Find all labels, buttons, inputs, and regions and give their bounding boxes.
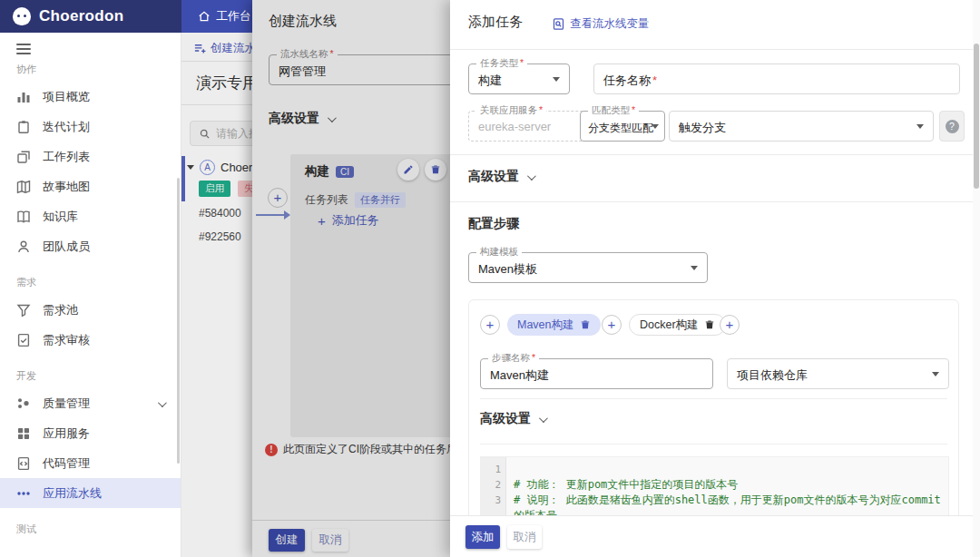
cancel-button[interactable]: 取消 (312, 529, 348, 552)
search-icon (199, 128, 211, 140)
ci-badge: CI (336, 166, 354, 178)
task-list-label: 任务列表 (305, 192, 348, 208)
field-label: 构建模板 (480, 246, 518, 257)
stage-name: 构建 (305, 163, 329, 180)
task-name-input[interactable]: 任务名称* (593, 64, 960, 94)
expander-icon[interactable] (187, 165, 194, 170)
code-text (506, 462, 948, 477)
stage-card: 构建 CI 任务列表 任务并行 + 添加任务 (290, 154, 450, 437)
chevron-down-icon (527, 171, 536, 181)
line-number: 2 (481, 477, 506, 493)
advanced-settings-toggle[interactable]: 高级设置 (468, 169, 534, 185)
add-button[interactable]: 添加 (466, 525, 500, 549)
scrollbar[interactable] (973, 0, 980, 557)
trash-icon[interactable] (704, 319, 715, 330)
sidebar-item-work-list[interactable]: 工作列表 (0, 142, 181, 171)
sidebar-item-label: 应用流水线 (43, 485, 102, 502)
sidebar-item-code-management[interactable]: 代码管理 (0, 448, 181, 478)
delete-stage-button[interactable] (425, 159, 446, 181)
add-task-label: 添加任务 (332, 212, 379, 229)
cancel-button[interactable]: 取消 (507, 525, 542, 549)
section-label-develop: 开发 (16, 369, 181, 383)
section-label-collab: 协作 (16, 63, 181, 76)
sidebar-scrollbar[interactable] (177, 178, 180, 464)
trash-icon[interactable] (580, 319, 591, 330)
sidebar-item-quality-management[interactable]: 质量管理 (0, 388, 181, 418)
code-icon (16, 456, 31, 471)
chevron-down-icon (539, 414, 548, 423)
sidebar-item-knowledge-base[interactable]: 知识库 (0, 201, 181, 231)
add-task-link[interactable]: + 添加任务 (318, 212, 379, 229)
tree-child-pipeline[interactable]: #922560 (199, 230, 241, 243)
advanced-settings-toggle[interactable]: 高级设置 (480, 411, 545, 427)
help-button[interactable]: ? (939, 111, 965, 142)
create-button[interactable]: 创建 (269, 529, 305, 552)
pipeline-name-field[interactable]: 流水线名称* 网管管理 (269, 54, 450, 85)
warning-text: 此页面定义了CI阶段或其中的任务后，GitLab (283, 442, 450, 457)
divider (252, 520, 450, 521)
divider (181, 61, 252, 62)
divider (480, 398, 947, 399)
menu-toggle-icon[interactable] (16, 44, 31, 54)
sidebar-item-app-pipeline[interactable]: 应用流水线 (0, 478, 181, 508)
sidebar-item-demand-pool[interactable]: 需求池 (0, 295, 181, 325)
tree-child-pipeline[interactable]: #584000 (199, 207, 241, 220)
match-type-select[interactable]: 匹配类型* 分支类型匹配 (580, 111, 665, 142)
sidebar: 协作 项目概览 迭代计划 工作列表 故事地图 知识库 团队成员 需求 需求池 (0, 33, 181, 557)
view-pipeline-variables-link[interactable]: 查看流水线变量 (552, 16, 650, 32)
trigger-branch-select[interactable]: 触发分支 (669, 111, 934, 142)
divider (450, 201, 980, 202)
sidebar-item-sprint-plan[interactable]: 迭代计划 (0, 112, 181, 142)
edit-stage-button[interactable] (397, 159, 419, 181)
advanced-settings-label: 高级设置 (468, 169, 519, 185)
build-template-value: Maven模板 (478, 261, 537, 278)
scrollbar-thumb[interactable] (974, 44, 979, 189)
logo-text: Choerodon (39, 7, 123, 25)
warning-icon: ! (265, 444, 278, 456)
funnel-icon (16, 303, 31, 318)
build-template-select[interactable]: 构建模板 Maven模板 (468, 252, 708, 283)
sidebar-item-team-members[interactable]: 团队成员 (0, 231, 181, 261)
step-name-input[interactable]: 步骤名称* Maven构建 (480, 358, 713, 389)
advanced-settings-label: 高级设置 (269, 111, 319, 127)
sidebar-item-story-map[interactable]: 故事地图 (0, 171, 181, 201)
dropdown-caret-icon (652, 124, 659, 129)
advanced-settings-toggle[interactable]: 高级设置 (269, 111, 334, 127)
add-stage-button[interactable]: + (268, 188, 288, 208)
task-type-select[interactable]: 任务类型* 构建 (468, 64, 570, 94)
search-input[interactable]: 请输入搜索 (190, 121, 252, 146)
tree-item-name: Choerodon (220, 161, 252, 174)
sidebar-item-demand-review[interactable]: 需求审核 (0, 325, 181, 355)
screen: Choerodon 工作台 协作 项目概览 迭代计划 工作列表 故事地图 知识库 (0, 0, 980, 557)
create-pipeline-link[interactable]: 创建流水线 (193, 41, 252, 56)
avatar: A (200, 160, 215, 175)
step-chip-label: Maven构建 (517, 318, 574, 333)
page-title: 演示专用 (196, 73, 252, 93)
repo-select[interactable]: 项目依赖仓库 (727, 358, 949, 389)
chart-icon (16, 90, 31, 104)
ci-warning: ! 此页面定义了CI阶段或其中的任务后，GitLab (265, 442, 450, 457)
nav-workbench[interactable]: 工作台 (198, 8, 251, 24)
book-icon (16, 210, 31, 224)
sidebar-item-label: 应用服务 (43, 425, 90, 442)
doc-check-icon (16, 333, 31, 347)
required-mark: * (652, 73, 657, 87)
person-icon (16, 239, 31, 254)
add-step-button[interactable]: + (720, 315, 740, 335)
step-chip-docker[interactable]: Docker构建 (629, 314, 726, 336)
logo[interactable]: Choerodon (0, 0, 181, 33)
sidebar-item-project-overview[interactable]: 项目概览 (0, 82, 181, 112)
sidebar-item-app-services[interactable]: 应用服务 (0, 418, 181, 448)
add-task-drawer: 添加任务 查看流水线变量 任务类型* 构建 任务名称* 关联应用服务* eure… (450, 0, 980, 557)
trash-icon (430, 164, 441, 175)
step-name-value: Maven构建 (490, 367, 549, 384)
add-step-button[interactable]: + (480, 315, 500, 335)
add-step-button[interactable]: + (602, 315, 622, 335)
dropdown-caret-icon (932, 372, 939, 376)
tree-item-app[interactable]: A Choerodon (187, 160, 252, 175)
step-chip-maven[interactable]: Maven构建 (507, 314, 601, 336)
view-variables-label: 查看流水线变量 (570, 16, 650, 32)
drawer-footer: 添加 取消 (450, 515, 980, 557)
sidebar-item-label: 工作列表 (43, 149, 90, 165)
field-label: 流水线名称 (280, 48, 328, 59)
